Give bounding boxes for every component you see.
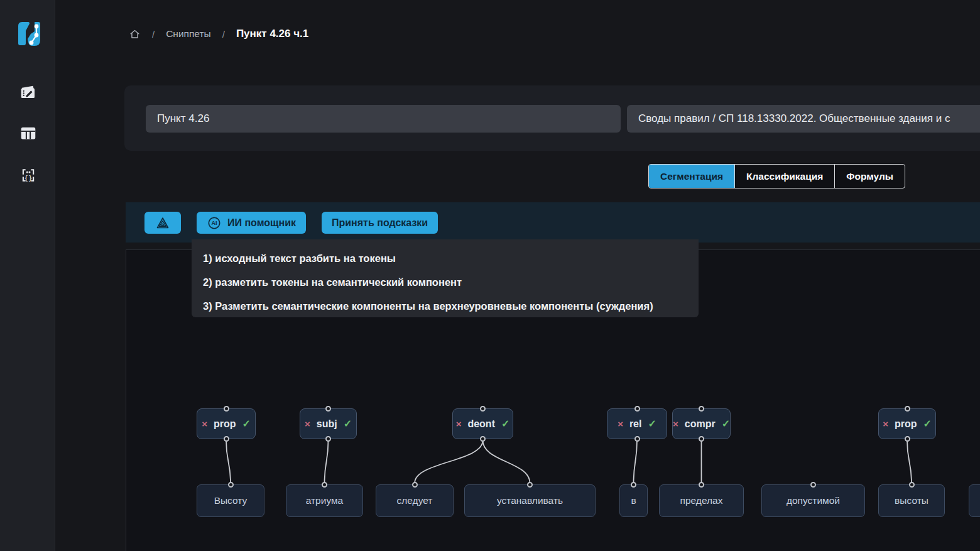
confirm-node-icon[interactable]: ✓ (923, 418, 931, 430)
sidebar-item-tables[interactable] (18, 123, 39, 144)
node-handle-top[interactable] (631, 482, 636, 488)
semantic-node-subj[interactable]: ×subj✓ (300, 408, 357, 439)
delete-node-icon[interactable]: × (673, 418, 678, 429)
token-node-высоты[interactable]: высоты (878, 484, 945, 517)
confirm-node-icon[interactable]: ✓ (501, 418, 509, 430)
token-label: атриума (306, 495, 344, 506)
node-handle-bottom[interactable] (224, 436, 229, 442)
token-node-в[interactable]: в (619, 484, 648, 517)
app-logo[interactable] (9, 14, 48, 53)
accept-hints-label: Принять подсказки (332, 217, 428, 229)
node-handle-bottom[interactable] (325, 436, 331, 442)
node-handle-top[interactable] (322, 482, 327, 488)
svg-text:AI: AI (212, 220, 217, 226)
accept-hints-button[interactable]: Принять подсказки (322, 212, 438, 234)
semantic-node-label: compr (685, 418, 716, 430)
node-handle-top[interactable] (810, 482, 816, 488)
ai-step-2: 2) разметить токены на семантический ком… (203, 270, 699, 294)
sidebar: {} (0, 0, 55, 551)
breadcrumb: / Сниппеты / Пункт 4.26 ч.1 (129, 28, 308, 40)
code-brackets-icon: {} (19, 166, 38, 185)
node-handle-bottom[interactable] (905, 436, 910, 442)
semantic-node-label: prop (214, 418, 236, 430)
node-handle-bottom[interactable] (480, 436, 486, 442)
token-label: высоты (895, 495, 928, 506)
sidebar-item-snippets[interactable] (18, 81, 39, 102)
node-handle-top[interactable] (228, 482, 234, 488)
token-node-пределах[interactable]: пределах (659, 484, 744, 517)
delete-node-icon[interactable]: × (305, 418, 310, 429)
token-node-устанавливать[interactable]: устанавливать (464, 484, 596, 517)
token-label: следует (397, 495, 433, 506)
semantic-node-prop[interactable]: ×prop✓ (878, 408, 936, 439)
breadcrumb-separator: / (152, 29, 155, 40)
breadcrumb-snippets-link[interactable]: Сниппеты (166, 28, 211, 40)
sidebar-item-code[interactable]: {} (18, 165, 39, 186)
node-handle-top[interactable] (480, 406, 486, 412)
token-node-Высоту[interactable]: Высоту (197, 484, 264, 517)
node-handle-top[interactable] (909, 482, 915, 488)
token-label: допустимой (787, 495, 840, 506)
view-tabs: Сегментация Классификация Формулы (648, 164, 905, 188)
token-label: в (631, 495, 636, 506)
node-handle-bottom[interactable] (634, 436, 640, 442)
node-handle-top[interactable] (634, 406, 640, 412)
node-handle-top[interactable] (527, 482, 533, 488)
semantic-node-label: rel (629, 418, 642, 430)
node-handle-top[interactable] (699, 406, 704, 412)
delete-node-icon[interactable]: × (883, 418, 888, 429)
token-label: устанавливать (497, 495, 563, 506)
semantic-node-deont[interactable]: ×deont✓ (452, 408, 513, 439)
node-handle-top[interactable] (699, 482, 704, 488)
ai-assistant-label: ИИ помощник (227, 217, 296, 229)
hierarchy-mode-button[interactable] (144, 212, 181, 234)
segmentation-toolbar: AI ИИ помощник Принять подсказки (126, 202, 980, 243)
semantic-node-label: prop (895, 418, 917, 430)
confirm-node-icon[interactable]: ✓ (648, 418, 656, 430)
breadcrumb-current-page: Пункт 4.26 ч.1 (236, 28, 308, 40)
snippet-title-input[interactable] (146, 105, 621, 133)
delete-node-icon[interactable]: × (618, 418, 623, 429)
node-handle-top[interactable] (905, 406, 910, 412)
token-node-partial[interactable] (969, 484, 980, 517)
confirm-node-icon[interactable]: ✓ (242, 418, 250, 430)
ai-badge-icon: AI (207, 215, 222, 231)
breadcrumb-separator: / (222, 29, 225, 40)
token-node-допустимой[interactable]: допустимой (761, 484, 865, 517)
snippet-edit-icon (19, 82, 38, 101)
nested-triangles-icon (155, 215, 170, 231)
home-icon[interactable] (129, 28, 141, 40)
semantic-node-compr[interactable]: ×compr✓ (672, 408, 731, 439)
confirm-node-icon[interactable]: ✓ (344, 418, 352, 430)
document-reference-input[interactable] (627, 105, 980, 133)
node-handle-bottom[interactable] (699, 436, 704, 442)
table-icon (19, 124, 38, 143)
token-label: пределах (680, 495, 723, 506)
ai-step-1: 1) исходный текст разбить на токены (203, 246, 699, 270)
token-node-следует[interactable]: следует (376, 484, 454, 517)
semantic-node-rel[interactable]: ×rel✓ (607, 408, 667, 439)
ai-assistant-button[interactable]: AI ИИ помощник (197, 212, 306, 234)
token-label: Высоту (214, 495, 248, 506)
semantic-node-label: subj (317, 418, 337, 430)
node-handle-top[interactable] (325, 406, 331, 412)
confirm-node-icon[interactable]: ✓ (722, 418, 730, 430)
tab-classification[interactable]: Классификация (734, 165, 834, 188)
ai-steps-dropdown: 1) исходный текст разбить на токены 2) р… (192, 239, 699, 317)
ai-step-3: 3) Разметить семантические компоненты на… (203, 294, 699, 318)
semantic-node-label: deont (467, 418, 495, 430)
delete-node-icon[interactable]: × (202, 418, 207, 429)
tab-formulas[interactable]: Формулы (834, 165, 905, 188)
node-handle-top[interactable] (224, 406, 229, 412)
logo-icon (11, 16, 46, 51)
delete-node-icon[interactable]: × (456, 418, 462, 429)
svg-text:{}: {} (24, 174, 33, 182)
semantic-node-prop[interactable]: ×prop✓ (197, 408, 256, 439)
tab-segmentation[interactable]: Сегментация (649, 165, 734, 188)
node-handle-top[interactable] (412, 482, 418, 488)
token-node-атриума[interactable]: атриума (286, 484, 363, 517)
snippet-form-panel (124, 85, 980, 151)
